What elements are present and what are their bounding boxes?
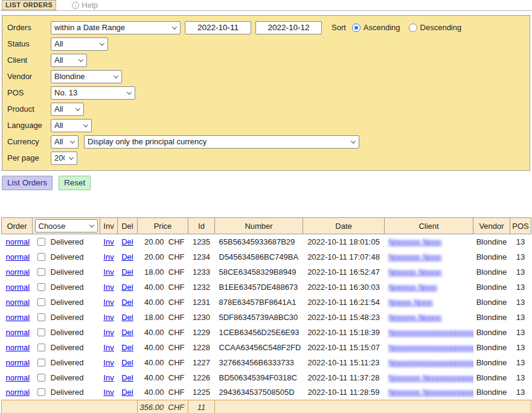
order-type-link[interactable]: normal bbox=[6, 313, 30, 322]
choose-select[interactable]: Choose bbox=[35, 219, 98, 232]
vendor-select[interactable]: Blondine bbox=[51, 70, 122, 83]
col-header-inv: Inv bbox=[100, 218, 118, 234]
client-link[interactable]: Nnnnnn Nnnnn bbox=[389, 267, 441, 277]
col-header-id: Id bbox=[188, 218, 215, 234]
chevron-down-icon bbox=[79, 57, 83, 62]
client-link[interactable]: Nnnnnnn Nnnn bbox=[389, 252, 441, 261]
delete-link[interactable]: Del bbox=[121, 358, 133, 367]
row-checkbox[interactable] bbox=[37, 359, 45, 367]
invoice-link[interactable]: Inv bbox=[103, 283, 114, 292]
reset-button[interactable]: Reset bbox=[59, 176, 91, 190]
order-status: Delivered bbox=[51, 328, 84, 337]
product-select[interactable]: All bbox=[51, 103, 84, 116]
client-link[interactable]: Nnnnnn Nnnn bbox=[389, 283, 437, 292]
delete-link[interactable]: Del bbox=[121, 313, 133, 322]
date-to-input[interactable] bbox=[255, 21, 322, 34]
invoice-link[interactable]: Inv bbox=[103, 388, 114, 397]
table-footer-row: 356.00 CHF 11 bbox=[2, 400, 531, 413]
order-type-link[interactable]: normal bbox=[6, 388, 30, 397]
order-date: 2022-10-11 16:30:03 bbox=[303, 280, 385, 295]
order-status: Delivered bbox=[51, 358, 84, 367]
pos-select[interactable]: No. 13 bbox=[51, 86, 135, 100]
per-page-select[interactable]: 200 bbox=[51, 152, 77, 165]
invoice-link[interactable]: Inv bbox=[103, 358, 114, 367]
client-link[interactable]: Nnnnnnnnnnnnnnnnnnnnn bbox=[389, 358, 473, 367]
invoice-link[interactable]: Inv bbox=[103, 298, 114, 307]
row-checkbox[interactable] bbox=[37, 298, 45, 306]
order-type-link[interactable]: normal bbox=[6, 237, 30, 246]
client-select[interactable]: All bbox=[51, 54, 87, 67]
list-orders-tab[interactable]: LIST ORDERS bbox=[2, 0, 56, 10]
col-header-del: Del bbox=[118, 218, 138, 234]
order-price: 40.00 CHF bbox=[138, 325, 188, 340]
orders-range-select[interactable]: within a Date Range bbox=[51, 21, 181, 34]
client-link[interactable]: Nnnnnnnnnnnnnnnnnnnnn bbox=[389, 343, 473, 352]
descending-radio[interactable] bbox=[409, 24, 417, 32]
order-date: 2022-10-11 11:37:28 bbox=[303, 370, 385, 385]
order-id: 1229 bbox=[188, 325, 215, 340]
currency-select[interactable]: All bbox=[51, 135, 79, 149]
row-checkbox[interactable] bbox=[37, 328, 45, 336]
vendor-label: Vendor bbox=[7, 72, 51, 81]
client-link[interactable]: Nnnnnnn Nnnnnnnnnnnn bbox=[389, 388, 473, 397]
client-link[interactable]: Nnnnn Nnnn bbox=[389, 298, 433, 307]
language-select[interactable]: All bbox=[51, 119, 92, 132]
date-from-input[interactable] bbox=[185, 21, 251, 34]
ascending-radio[interactable] bbox=[352, 24, 361, 32]
invoice-link[interactable]: Inv bbox=[103, 313, 114, 322]
delete-link[interactable]: Del bbox=[121, 343, 133, 352]
sort-descending-option[interactable]: Descending bbox=[409, 23, 462, 32]
order-type-link[interactable]: normal bbox=[6, 298, 30, 307]
order-pos: 13 bbox=[510, 280, 531, 295]
sort-ascending-option[interactable]: Ascending bbox=[352, 23, 400, 32]
delete-link[interactable]: Del bbox=[121, 298, 133, 307]
order-price: 20.00 CHF bbox=[138, 234, 188, 249]
order-type-link[interactable]: normal bbox=[6, 373, 30, 382]
currency-display-select[interactable]: Display only the principal currency bbox=[84, 135, 359, 149]
order-type-link[interactable]: normal bbox=[6, 267, 30, 277]
status-select[interactable]: All bbox=[51, 37, 108, 51]
row-checkbox[interactable] bbox=[37, 268, 45, 276]
row-checkbox[interactable] bbox=[37, 313, 45, 321]
row-checkbox[interactable] bbox=[37, 283, 45, 291]
pos-label: POS bbox=[7, 88, 51, 97]
orders-table: Order Choose Inv Del Price Id Number Dat… bbox=[1, 217, 531, 413]
invoice-link[interactable]: Inv bbox=[103, 252, 114, 261]
help-link[interactable]: i Help bbox=[72, 1, 98, 10]
client-link[interactable]: Nnnnnnn Nnnn bbox=[389, 237, 441, 246]
per-page-filter-row: Per page 200 bbox=[7, 150, 525, 166]
row-checkbox[interactable] bbox=[37, 388, 45, 396]
row-checkbox[interactable] bbox=[37, 238, 45, 246]
order-type-link[interactable]: normal bbox=[6, 328, 30, 337]
invoice-link[interactable]: Inv bbox=[103, 373, 114, 382]
invoice-link[interactable]: Inv bbox=[103, 343, 114, 352]
invoice-link[interactable]: Inv bbox=[103, 237, 114, 246]
delete-link[interactable]: Del bbox=[121, 237, 133, 246]
order-type-link[interactable]: normal bbox=[6, 252, 30, 261]
invoice-link[interactable]: Inv bbox=[103, 328, 114, 337]
client-link[interactable]: Nnnnnnnnnnnnnnnnnnnnn bbox=[389, 328, 473, 337]
delete-link[interactable]: Del bbox=[121, 373, 133, 382]
col-header-price: Price bbox=[138, 218, 188, 234]
delete-link[interactable]: Del bbox=[121, 267, 133, 277]
row-checkbox[interactable] bbox=[37, 374, 45, 382]
invoice-link[interactable]: Inv bbox=[103, 267, 114, 277]
client-link[interactable]: Nnnnnn Nnnnn bbox=[389, 313, 441, 322]
delete-link[interactable]: Del bbox=[121, 283, 133, 292]
col-header-client: Client bbox=[385, 218, 473, 234]
delete-link[interactable]: Del bbox=[121, 388, 133, 397]
delete-link[interactable]: Del bbox=[121, 252, 133, 261]
delete-link[interactable]: Del bbox=[121, 328, 133, 337]
order-pos: 13 bbox=[510, 385, 531, 400]
order-price: 40.00 CHF bbox=[138, 370, 188, 385]
order-type-link[interactable]: normal bbox=[6, 283, 30, 292]
row-checkbox[interactable] bbox=[37, 344, 45, 351]
order-type-link[interactable]: normal bbox=[6, 358, 30, 367]
col-header-number: Number bbox=[215, 218, 303, 234]
order-type-link[interactable]: normal bbox=[6, 343, 30, 352]
client-link[interactable]: Nnnnnnn Nnnnnnnnnnnn bbox=[389, 373, 473, 382]
list-orders-button[interactable]: List Orders bbox=[2, 176, 53, 190]
chevron-down-icon bbox=[351, 138, 356, 143]
sort-group: Sort Ascending Descending bbox=[332, 23, 470, 32]
row-checkbox[interactable] bbox=[37, 253, 45, 261]
